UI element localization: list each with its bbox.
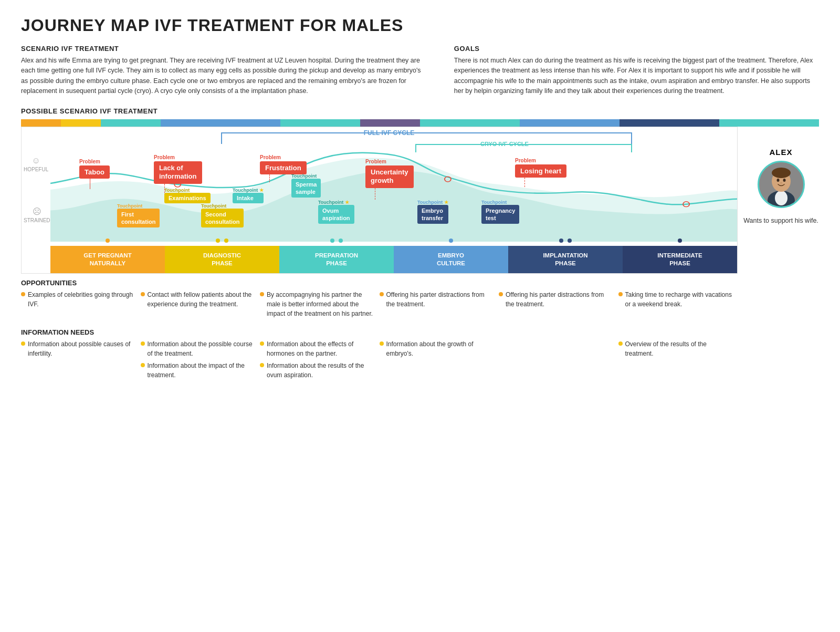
color-bar [21,119,819,127]
svg-point-7 [772,168,791,178]
problem-frustration-label: Problem [260,154,307,160]
info-bullet-2a: Information about the possible course of… [141,339,255,358]
alex-avatar-svg [759,162,803,206]
phase-embryo-culture: EMBRYOCULTURE [394,246,508,273]
problem-lack-tag: Lack of information [154,161,202,184]
problem-taboo: Problem Taboo [79,159,110,189]
opp-dot-4 [380,292,384,296]
goals-label: GOALS [454,45,819,53]
info-bullet-4a: Information about the growth of embryo's… [380,339,494,358]
opportunities-section: OPPORTUNITIES Examples of celebrities go… [21,279,738,323]
phase-preparation: PREPARATIONPHASE [279,246,394,273]
touchpoint-pregnancy-test: Touchpoint Pregnancy test [481,200,519,224]
opp-bullet-6: Taking time to recharge with vacations o… [618,290,733,309]
alex-sidebar: ALEX [738,127,819,385]
problem-frustration-tag: Frustration [260,161,307,174]
opp-text-6: Taking time to recharge with vacations o… [625,290,733,309]
hopeful-smiley: ☺ HOPEFUL [24,156,48,172]
info-needs-header: INFORMATION NEEDS [21,328,738,336]
touchpoint-examinations: Touchpoint Examinations [164,188,211,203]
tp-embryo-tag: Embryo transfer [417,205,448,224]
touchpoint-second-consult: Touchpoint Second consultation [201,203,244,228]
phase-diagnostic: DIAGNOSTICPHASE [165,246,279,273]
problem-taboo-tag: Taboo [79,165,110,179]
opp-text-5: Offering his parter distractions from th… [506,290,613,309]
problem-uncertainty-line [375,188,375,200]
info-col-5 [499,337,618,385]
tp-examinations-label: Touchpoint [164,188,211,193]
info-bullet-3b: Information about the results of the ovu… [260,361,374,380]
info-dot-3a [260,341,264,346]
opp-dot-2 [141,292,145,296]
problem-losing-label: Problem [515,158,566,163]
alex-name: ALEX [769,148,792,157]
opp-col-5: Offering his parter distractions from th… [499,288,618,323]
problem-uncertainty: Problem Uncertainty growth [365,159,414,200]
opp-text-4: Offering his parter distractions from th… [386,290,494,309]
page-title: JOURNEY MAP IVF TREATMENT FOR MALES [21,16,819,35]
svg-point-5 [775,191,788,205]
opp-bullet-4: Offering his parter distractions from th… [380,290,494,309]
problem-taboo-line [90,179,90,189]
opp-col-1: Examples of celebrities going through IV… [21,288,141,323]
info-text-4a: Information about the growth of embryo's… [386,339,494,358]
problem-lack-label: Problem [154,154,202,160]
info-col-4: Information about the growth of embryo's… [380,337,499,385]
svg-point-9 [783,179,785,182]
info-text-1a: Information about possible causes of inf… [28,339,135,358]
alex-description: Wants to support his wife. [743,216,818,225]
info-text-2b: Information about the impact of the trea… [148,361,255,380]
opportunities-header: OPPORTUNITIES [21,279,738,287]
info-dot-4a [380,341,384,346]
touchpoint-first-consult: Touchpoint First consultation [117,203,160,228]
info-bullet-1a: Information about possible causes of inf… [21,339,135,358]
tp-pregnancy-tag: Pregnancy test [481,205,519,224]
phase-intermediate: INTERMEDIATEPHASE [623,246,737,273]
info-col-1: Information about possible causes of inf… [21,337,141,385]
opp-dot-5 [499,292,503,296]
info-text-3b: Information about the results of the ovu… [267,361,374,380]
opp-col-6: Taking time to recharge with vacations o… [618,288,738,323]
info-dot-6a [618,341,623,346]
info-col-3: Information about the effects of hormone… [260,337,380,385]
problem-losing-line [524,178,525,187]
problem-taboo-label: Problem [79,159,110,164]
info-dot-3b [260,363,264,367]
opp-bullet-2: Contact with fellow patients about the e… [141,290,255,309]
opp-bullet-1: Examples of celebrities going through IV… [21,290,135,309]
opp-dot-3 [260,292,264,296]
touchpoint-ovum: Touchpoint ★ Ovum aspiration [318,200,354,224]
info-bullet-6a: Overview of the results of the treatment… [618,339,733,358]
touchpoint-sperma: Touchpoint Sperma sample [291,173,321,198]
alex-avatar [758,161,805,208]
tp-examinations-tag: Examinations [164,193,211,203]
opp-col-3: By accompagnying his partner the male is… [260,288,380,323]
strained-smiley: ☹ STRAINED [24,206,50,223]
info-col-6: Overview of the results of the treatment… [618,337,738,385]
phase-row: GET PREGNANTNATURALLY DIAGNOSTICPHASE PR… [50,246,737,273]
phase-get-pregnant: GET PREGNANTNATURALLY [50,246,165,273]
problem-losing: Problem Losing heart [515,158,566,187]
opportunities-grid: Examples of celebrities going through IV… [21,288,738,323]
opp-bullet-3: By accompagnying his partner the male is… [260,290,374,318]
tp-ovum-tag: Ovum aspiration [318,205,354,224]
opp-dot-6 [618,292,623,296]
problem-losing-tag: Losing heart [515,164,566,178]
info-text-2a: Information about the possible course of… [148,339,255,358]
svg-point-10 [780,182,782,183]
opp-text-1: Examples of celebrities going through IV… [28,290,135,309]
problem-frustration-line [269,174,270,182]
tp-embryo-label: Touchpoint ★ [417,200,448,205]
tp-intake-tag: Intake [233,193,264,203]
tp-sperma-label: Touchpoint [291,173,321,179]
goals-text: There is not much Alex can do during the… [454,56,819,97]
strained-label: STRAINED [24,217,50,223]
phase-implantation: IMPLANTATIONPHASE [508,246,623,273]
tp-intake-label: Touchpoint ★ [233,188,264,193]
problem-uncertainty-label: Problem [365,159,414,164]
info-needs-grid: Information about possible causes of inf… [21,337,738,385]
info-needs-section: INFORMATION NEEDS Information about poss… [21,328,738,385]
scenario-text: Alex and his wife Emma are trying to get… [21,56,423,97]
hopeful-label: HOPEFUL [24,167,48,172]
tp-first-consult-tag: First consultation [117,209,160,228]
